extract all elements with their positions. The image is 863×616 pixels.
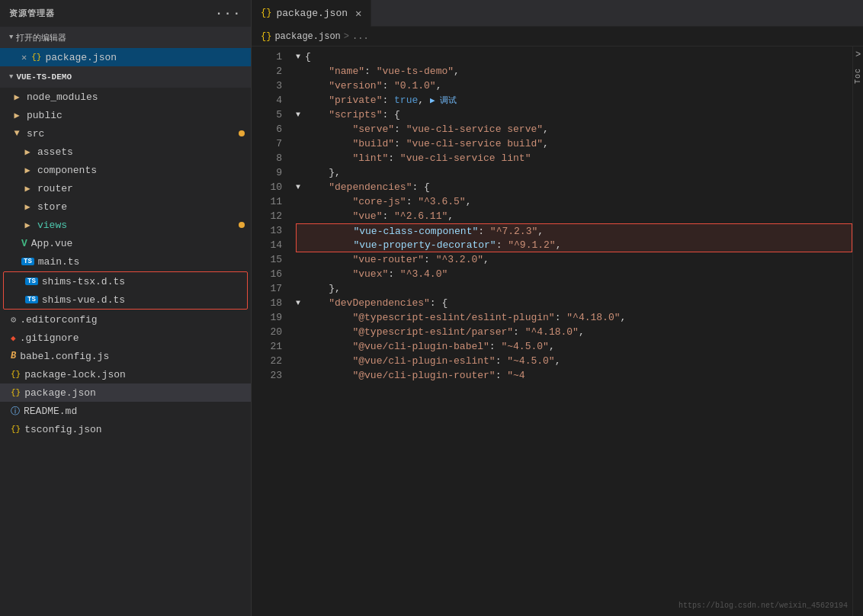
tree-item-editorconfig[interactable]: ⚙ .editorconfig bbox=[0, 310, 251, 329]
code-token: "^2.6.11" bbox=[394, 209, 448, 223]
code-token: "vue-property-decorator" bbox=[353, 238, 496, 252]
fold-arrow-icon[interactable] bbox=[296, 354, 305, 368]
tree-item-label: tsconfig.json bbox=[24, 424, 251, 435]
code-token: { bbox=[305, 50, 311, 64]
tree-item-shims-vue[interactable]: TS shims-vue.d.ts bbox=[4, 290, 247, 309]
code-token: "0.1.0" bbox=[394, 79, 436, 93]
code-token: "^3.6.5" bbox=[418, 194, 465, 209]
tree-item-shims-tsx[interactable]: TS shims-tsx.d.ts bbox=[4, 272, 247, 290]
code-token: : bbox=[382, 79, 394, 93]
project-section[interactable]: ▼ VUE-TS-DEMO bbox=[0, 66, 251, 88]
tree-item-readme[interactable]: ⓘ README.md bbox=[0, 402, 251, 420]
fold-arrow-icon[interactable] bbox=[296, 209, 305, 223]
tree-item-gitignore[interactable]: ◆ .gitignore bbox=[0, 329, 251, 347]
fold-arrow-icon[interactable] bbox=[296, 93, 305, 107]
fold-arrow-icon[interactable]: ▼ bbox=[296, 107, 305, 122]
ts-icon: TS bbox=[25, 278, 38, 285]
code-line: "@vue/cli-plugin-router": "~4 bbox=[296, 368, 852, 383]
code-token: "@typescript-eslint/parser" bbox=[352, 325, 513, 339]
ts-icon: TS bbox=[21, 258, 34, 265]
tree-item-label: App.vue bbox=[31, 238, 251, 249]
line-numbers: 1234567891011121314151617181920212223 bbox=[252, 47, 290, 616]
tree-item-node_modules[interactable]: ▶ node_modules bbox=[0, 88, 251, 106]
open-editors-section[interactable]: ▼ 打开的编辑器 bbox=[0, 27, 251, 48]
breadcrumb-sep: > bbox=[344, 31, 349, 42]
fold-arrow-icon[interactable] bbox=[296, 122, 305, 136]
fold-arrow-icon[interactable] bbox=[296, 252, 305, 267]
code-line: ▼ "dependencies": { bbox=[296, 180, 852, 194]
line-number: 6 bbox=[252, 122, 282, 136]
folder-open-icon: ▼ bbox=[11, 128, 23, 139]
code-line: "build": "vue-cli-service build", bbox=[296, 136, 852, 151]
line-number: 9 bbox=[252, 165, 282, 180]
fold-arrow-icon[interactable] bbox=[296, 339, 305, 354]
code-content[interactable]: ▼{ "name": "vue-ts-demo", "version": "0.… bbox=[290, 47, 852, 616]
open-editors-chevron: ▼ bbox=[9, 34, 13, 41]
fold-arrow-icon[interactable] bbox=[296, 79, 305, 93]
tree-item-package-json[interactable]: {} package.json bbox=[0, 383, 251, 402]
folder-collapsed-icon: ▶ bbox=[11, 91, 23, 103]
toc-label: Toc bbox=[854, 68, 862, 84]
tree-item-app-vue[interactable]: V App.vue bbox=[0, 234, 251, 252]
tree-item-store[interactable]: ▶ store bbox=[0, 197, 251, 216]
code-line: "vue-router": "^3.2.0", bbox=[296, 252, 852, 267]
code-token: "^3.2.0" bbox=[436, 252, 483, 267]
code-line: }, bbox=[296, 165, 852, 180]
code-token: "core-js" bbox=[352, 194, 406, 209]
code-token: "~4.5.0" bbox=[507, 354, 554, 368]
folder-collapsed-icon: ▶ bbox=[21, 220, 34, 231]
tree-item-router[interactable]: ▶ router bbox=[0, 179, 251, 197]
fold-arrow-icon[interactable]: ▼ bbox=[296, 50, 305, 64]
tree-item-package-lock[interactable]: {} package-lock.json bbox=[0, 365, 251, 383]
code-token: : bbox=[382, 209, 394, 223]
sidebar-header-dots[interactable]: ··· bbox=[215, 7, 242, 21]
editor-tab-package-json[interactable]: {} package.json ✕ bbox=[252, 0, 371, 27]
tree-item-main-ts[interactable]: TS main.ts bbox=[0, 252, 251, 271]
fold-arrow-icon[interactable] bbox=[296, 267, 305, 281]
code-token: }, bbox=[329, 281, 341, 296]
fold-arrow-icon[interactable]: ▼ bbox=[296, 296, 305, 310]
fold-arrow-icon[interactable] bbox=[296, 64, 305, 79]
fold-arrow-icon[interactable] bbox=[297, 238, 306, 252]
debug-run-button[interactable]: ▶ 调试 bbox=[424, 93, 457, 108]
code-token: : bbox=[478, 224, 490, 239]
code-token: , bbox=[483, 252, 489, 267]
code-line: "private": true, ▶ 调试 bbox=[296, 93, 852, 107]
line-number: 20 bbox=[252, 325, 282, 339]
toc-expand-arrow[interactable]: > bbox=[855, 50, 861, 60]
tree-item-src[interactable]: ▼ src bbox=[0, 124, 251, 143]
tree-item-public[interactable]: ▶ public bbox=[0, 106, 251, 124]
code-token: : bbox=[489, 339, 502, 354]
code-token: "vue-cli-service build" bbox=[406, 136, 543, 151]
code-line: "@vue/cli-plugin-babel": "~4.5.0", bbox=[296, 339, 852, 354]
fold-arrow-icon[interactable] bbox=[296, 194, 305, 209]
tab-close-icon[interactable]: ✕ bbox=[355, 7, 361, 20]
open-file-item[interactable]: ✕ {} package.json bbox=[0, 48, 251, 66]
code-token: , bbox=[454, 64, 460, 79]
gear-icon: ⚙ bbox=[11, 314, 16, 326]
open-file-close[interactable]: ✕ bbox=[21, 52, 27, 63]
project-name-label: VUE-TS-DEMO bbox=[16, 72, 72, 82]
fold-arrow-icon[interactable]: ▼ bbox=[296, 180, 305, 194]
tree-item-tsconfig[interactable]: {} tsconfig.json bbox=[0, 420, 251, 438]
tree-item-babel-config[interactable]: B babel.config.js bbox=[0, 347, 251, 365]
breadcrumb-file[interactable]: package.json bbox=[274, 31, 340, 42]
tree-item-label: views bbox=[37, 220, 239, 231]
fold-arrow-icon[interactable] bbox=[296, 310, 305, 325]
tree-item-views[interactable]: ▶ views bbox=[0, 216, 251, 234]
fold-arrow-icon[interactable] bbox=[296, 281, 305, 296]
fold-arrow-icon[interactable] bbox=[296, 368, 305, 383]
line-number: 12 bbox=[252, 209, 282, 223]
fold-arrow-icon[interactable] bbox=[296, 136, 305, 151]
code-token: "~4.5.0" bbox=[501, 339, 548, 354]
fold-arrow-icon[interactable] bbox=[296, 325, 305, 339]
fold-arrow-icon[interactable] bbox=[296, 151, 305, 165]
code-token: : bbox=[424, 252, 436, 267]
tree-item-components[interactable]: ▶ components bbox=[0, 161, 251, 179]
line-number: 23 bbox=[252, 368, 282, 383]
code-token: : bbox=[394, 136, 406, 151]
fold-arrow-icon[interactable] bbox=[297, 224, 306, 239]
code-token: : { bbox=[382, 107, 399, 122]
fold-arrow-icon[interactable] bbox=[296, 165, 305, 180]
tree-item-assets[interactable]: ▶ assets bbox=[0, 143, 251, 161]
